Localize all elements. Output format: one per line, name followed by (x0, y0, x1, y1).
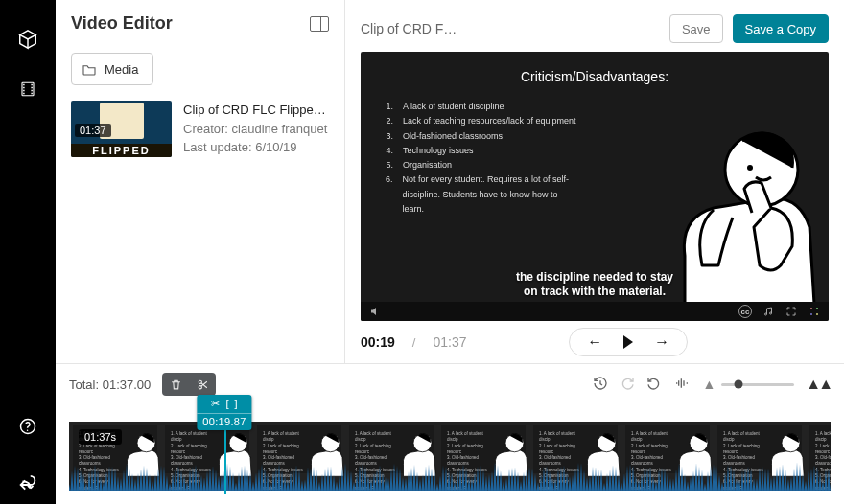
svg-rect-6 (31, 87, 33, 89)
mute-icon[interactable] (368, 305, 382, 318)
zoom-control: ▲ (702, 377, 794, 392)
fullscreen-icon[interactable] (785, 305, 798, 318)
svg-rect-3 (23, 90, 25, 92)
svg-point-12 (747, 165, 753, 171)
back-button[interactable] (0, 466, 56, 504)
cc-icon[interactable]: cc (738, 305, 752, 318)
transport-bar: 00:19 / 01:37 ← → (361, 321, 829, 363)
svg-point-15 (810, 308, 812, 309)
clip-title: Clip of CRD FLC Flippe… (183, 101, 329, 120)
play-button[interactable] (623, 335, 633, 349)
help-icon[interactable] (17, 416, 38, 437)
total-duration: Total: 01:37.00 (69, 378, 151, 392)
svg-point-18 (816, 313, 818, 315)
svg-point-16 (816, 308, 818, 309)
next-button[interactable]: → (654, 333, 669, 351)
audio-track-icon[interactable] (762, 305, 775, 318)
media-button[interactable]: Media (71, 53, 153, 85)
set-out-icon[interactable]: ] (234, 398, 237, 410)
edit-tools (162, 373, 216, 396)
transport-controls: ← → (569, 328, 688, 356)
history-icon[interactable] (593, 376, 608, 394)
film-icon[interactable] (17, 79, 38, 100)
svg-point-17 (810, 313, 812, 315)
player-menu-icon[interactable] (808, 305, 821, 318)
timeline-panel: Total: 01:37.00 ▲ ▲▲ (56, 363, 844, 504)
playhead-time: 00:19.87 (197, 414, 251, 430)
video-player[interactable]: Criticism/Disadvantages: 1.A lack of stu… (361, 52, 829, 321)
cube-icon[interactable] (17, 29, 38, 50)
svg-rect-1 (23, 84, 25, 86)
slide-bullets: 1.A lack of student discipline2.Lack of … (386, 100, 577, 217)
svg-rect-5 (31, 84, 33, 86)
svg-rect-8 (31, 93, 33, 95)
caption-text: the discipline needed to stay on track w… (361, 270, 829, 300)
prev-button[interactable]: ← (587, 333, 602, 351)
split-tool[interactable] (189, 373, 216, 396)
preview-title: Clip of CRD F… (361, 21, 660, 36)
folder-icon (82, 62, 97, 76)
timeline-track[interactable]: 1. A lack of student discip2. Lack of te… (69, 422, 831, 491)
clip-item[interactable]: 01:37 FLIPPED Clip of CRD FLC Flippe… Cr… (56, 95, 344, 163)
zoom-out-icon[interactable]: ▲ (702, 377, 715, 392)
save-copy-button[interactable]: Save a Copy (733, 14, 829, 43)
slide-title: Criticism/Disadvantages: (361, 52, 829, 84)
media-panel: Video Editor Media 01:37 FLIPPED Clip of… (56, 0, 345, 363)
clip-updated: Last update: 6/10/19 (183, 138, 329, 157)
svg-point-13 (765, 313, 767, 315)
thumb-duration: 01:37 (75, 124, 111, 137)
undo-icon[interactable] (646, 376, 662, 394)
media-button-label: Media (105, 62, 138, 77)
thumb-label: FLIPPED (71, 144, 172, 157)
time-current: 00:19 (361, 334, 395, 350)
track-duration-badge: 01:37s (79, 429, 122, 445)
clip-thumbnail: 01:37 FLIPPED (71, 101, 172, 157)
svg-rect-7 (31, 90, 33, 92)
delete-tool[interactable] (162, 373, 189, 396)
playhead-toolbar: ✂ [ ] 00:19.87 (197, 395, 251, 430)
left-rail (0, 0, 56, 504)
svg-point-14 (770, 312, 772, 314)
clip-creator: Creator: claudine franquet (183, 120, 329, 139)
set-in-icon[interactable]: [ (225, 398, 228, 410)
svg-rect-2 (23, 87, 25, 89)
waveform-icon[interactable] (673, 376, 691, 394)
collapse-panel-icon[interactable] (310, 16, 329, 32)
zoom-slider[interactable] (721, 383, 794, 386)
zoom-fit-icon[interactable]: ▲▲ (806, 376, 831, 393)
svg-rect-4 (23, 93, 25, 95)
preview-panel: Clip of CRD F… Save Save a Copy Criticis… (345, 0, 844, 363)
panel-title: Video Editor (71, 13, 173, 34)
svg-point-10 (27, 429, 29, 431)
time-duration: 01:37 (433, 334, 466, 350)
save-button[interactable]: Save (669, 14, 723, 43)
split-at-playhead-icon[interactable]: ✂ (211, 398, 220, 410)
player-controls-bar: cc (361, 302, 829, 321)
redo-icon[interactable] (620, 376, 635, 394)
